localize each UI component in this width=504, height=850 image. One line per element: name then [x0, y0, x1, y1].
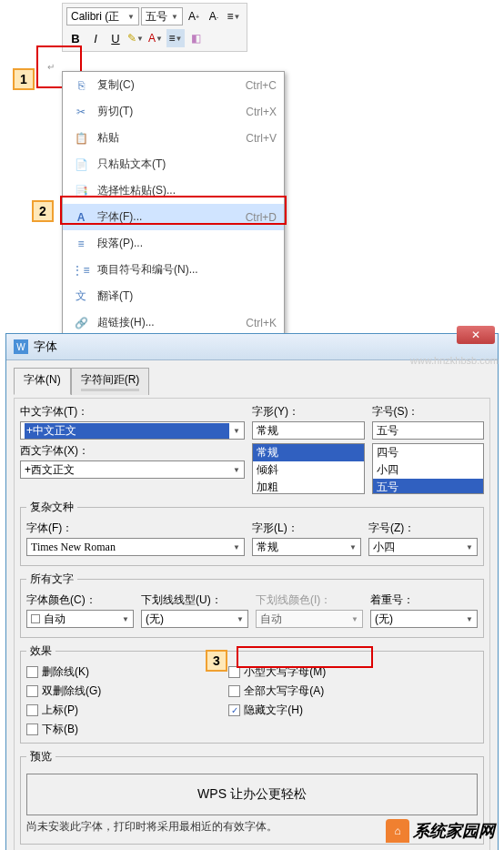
cut-icon: ✂ — [70, 106, 92, 118]
menu-bullets[interactable]: ⋮≡项目符号和编号(N)... — [63, 257, 284, 283]
menu-cut[interactable]: ✂剪切(T)Ctrl+X — [63, 98, 284, 125]
size-input[interactable]: 五号 — [372, 421, 485, 440]
style-label: 字形(Y)： — [252, 404, 365, 420]
translate-icon: 文 — [70, 288, 92, 304]
copy-icon: ⎘ — [70, 79, 92, 92]
close-button[interactable]: ✕ — [457, 326, 495, 344]
italic-button[interactable]: I — [86, 29, 105, 47]
font-dialog-container: W 字体 ✕ 字体(N) 字符间距(R) 中文字体(T)： +中文正文▼ 字形(… — [0, 328, 504, 850]
style-input[interactable]: 常规 — [252, 421, 365, 440]
grow-font-button[interactable]: A+ — [185, 7, 203, 25]
house-icon: ⌂ — [386, 819, 409, 843]
bullets-icon: ⋮≡ — [70, 264, 92, 277]
complex-style-combo[interactable]: 常规▼ — [252, 538, 361, 556]
step-marker-3: 3 — [206, 650, 227, 672]
highlight-box-2 — [60, 196, 287, 225]
cursor-icon: ↵ — [47, 62, 55, 72]
font-selector[interactable]: Calibri (正▼ — [66, 7, 139, 25]
paragraph-icon: ≡ — [70, 238, 92, 250]
font-color-button[interactable]: A▼ — [146, 29, 165, 47]
shrink-font-button[interactable]: A- — [205, 7, 223, 25]
preview-box: WPS 让办公更轻松 — [26, 774, 478, 815]
tab-font[interactable]: 字体(N) — [14, 368, 71, 395]
complex-size-combo[interactable]: 小四▼ — [368, 538, 478, 556]
cb-allcaps[interactable]: 全部大写字母(A) — [228, 683, 326, 699]
cn-font-combo[interactable]: +中文正文▼ — [20, 421, 245, 440]
menu-paste[interactable]: 📋粘贴Ctrl+V — [63, 125, 284, 151]
step-marker-1: 1 — [13, 68, 35, 90]
style-listbox[interactable]: 常规 倾斜 加粗 — [252, 443, 365, 494]
complex-font-combo[interactable]: Times New Roman▼ — [26, 538, 245, 556]
en-font-label: 西文字体(X)： — [20, 443, 245, 459]
cb-hidden[interactable]: ✓隐藏文字(H) — [228, 703, 326, 718]
size-label: 字号(S)： — [372, 404, 485, 420]
underline-combo[interactable]: (无)▼ — [141, 610, 248, 628]
watermark: www.hnzkhbsb.com — [410, 355, 499, 366]
eraser-button[interactable]: ◧ — [186, 29, 205, 47]
paste-icon: 📋 — [70, 132, 92, 145]
menu-copy[interactable]: ⎘复制(C)Ctrl+C — [63, 72, 284, 98]
line-spacing-button[interactable]: ≡▼ — [225, 7, 243, 25]
align-button[interactable]: ≡▼ — [166, 29, 185, 47]
underline-button[interactable]: U — [106, 29, 125, 47]
cb-superscript[interactable]: 上标(P) — [26, 703, 101, 718]
complex-fieldset: 复杂文种 字体(F)： Times New Roman▼ 字形(L)： 常规▼ … — [20, 500, 484, 566]
brand-logo: ⌂ 系统家园网 — [386, 819, 495, 843]
cn-font-label: 中文字体(T)： — [20, 404, 245, 420]
formatting-toolbar: Calibri (正▼ 五号▼ A+ A- ≡▼ B I U ✎▼ A▼ ≡▼ … — [62, 3, 247, 52]
cb-strike[interactable]: 删除线(K) — [26, 664, 101, 680]
en-font-combo[interactable]: +西文正文▼ — [20, 460, 245, 479]
ul-color-combo[interactable]: 自动▼ — [256, 610, 363, 628]
font-dialog: W 字体 ✕ 字体(N) 字符间距(R) 中文字体(T)： +中文正文▼ 字形(… — [5, 333, 499, 850]
tab-spacing[interactable]: 字符间距(R) — [71, 368, 150, 395]
dialog-title: 字体 — [34, 339, 490, 355]
cb-dblstrike[interactable]: 双删除线(G) — [26, 683, 101, 699]
paste-text-icon: 📄 — [70, 158, 92, 171]
wps-icon: W — [14, 339, 28, 354]
menu-paste-text[interactable]: 📄只粘贴文本(T) — [63, 151, 284, 177]
alltext-fieldset: 所有文字 字体颜色(C)：自动▼ 下划线线型(U)：(无)▼ 下划线颜色(I)：… — [20, 572, 484, 638]
menu-translate[interactable]: 文翻译(T) — [63, 283, 284, 309]
highlight-box-3 — [237, 646, 373, 668]
size-listbox[interactable]: 四号 小四 五号 — [372, 443, 485, 494]
bold-button[interactable]: B — [66, 29, 85, 47]
font-color-combo[interactable]: 自动▼ — [26, 610, 134, 628]
emphasis-combo[interactable]: (无)▼ — [370, 610, 478, 628]
highlight-button[interactable]: ✎▼ — [126, 29, 145, 47]
size-selector[interactable]: 五号▼ — [141, 7, 183, 25]
cb-subscript[interactable]: 下标(B) — [26, 722, 101, 737]
menu-paragraph[interactable]: ≡段落(P)... — [63, 230, 284, 257]
step-marker-2: 2 — [32, 200, 54, 222]
